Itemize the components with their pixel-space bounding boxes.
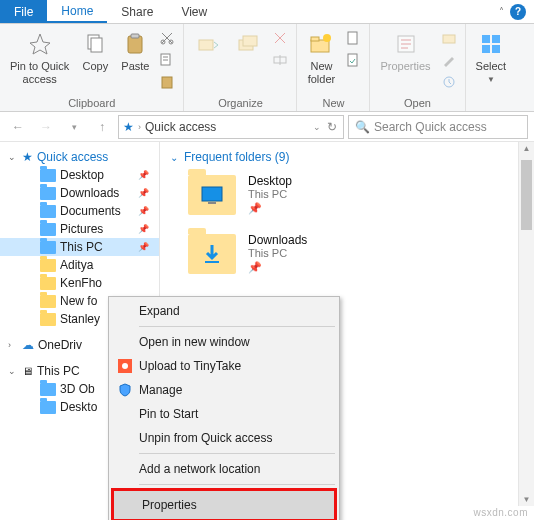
paste-button[interactable]: Paste (117, 28, 153, 75)
nav-item-label: New fo (60, 294, 97, 308)
ribbon-group-clipboard: Pin to Quick access Copy Paste Clipboard (0, 24, 184, 111)
quick-access-star-icon: ★ (123, 120, 134, 134)
tab-share[interactable]: Share (107, 0, 167, 23)
context-menu-label: Expand (139, 304, 180, 318)
svg-rect-3 (131, 34, 139, 38)
nav-item-label: Aditya (60, 258, 93, 272)
expander-icon[interactable]: ⌄ (8, 366, 18, 376)
nav-up-button[interactable]: ↑ (90, 115, 114, 139)
new-folder-button[interactable]: New folder (303, 28, 339, 88)
context-menu-label: Unpin from Quick access (139, 431, 272, 445)
copy-button[interactable]: Copy (77, 28, 113, 75)
nav-back-button[interactable]: ← (6, 115, 30, 139)
scrollbar-thumb[interactable] (521, 160, 532, 230)
menubar: File Home Share View ˄ ? (0, 0, 534, 24)
context-menu-manage[interactable]: Manage (111, 378, 337, 402)
collapse-ribbon-button[interactable]: ˄ (499, 6, 504, 17)
pin-to-quick-access-button[interactable]: Pin to Quick access (6, 28, 73, 88)
pin-icon: 📌 (138, 224, 149, 234)
svg-rect-21 (492, 35, 500, 43)
copy-path-icon[interactable] (157, 50, 177, 70)
refresh-icon[interactable]: ↻ (327, 120, 337, 134)
pin-icon: 📌 (138, 170, 149, 180)
folder-icon (40, 241, 56, 254)
svg-rect-26 (205, 261, 219, 263)
svg-rect-20 (482, 35, 490, 43)
new-folder-icon (307, 30, 335, 58)
tab-home[interactable]: Home (47, 0, 107, 23)
ribbon-group-select: Select ▼ (466, 24, 517, 111)
svg-point-28 (122, 363, 128, 369)
search-icon: 🔍 (355, 120, 370, 134)
ribbon-group-new: New folder New (297, 24, 370, 111)
folder-icon (40, 383, 56, 396)
nav-item-desktop[interactable]: Desktop📌 (0, 166, 159, 184)
paste-icon (121, 30, 149, 58)
nav-item-kenfho[interactable]: KenFho (0, 274, 159, 292)
frequent-folders-header[interactable]: ⌄ Frequent folders (9) (170, 150, 524, 164)
frequent-folder-downloads[interactable]: DownloadsThis PC📌 (188, 233, 524, 274)
context-menu-upload-tinytake[interactable]: Upload to TinyTake (111, 354, 337, 378)
frequent-folder-desktop[interactable]: DesktopThis PC📌 (188, 174, 524, 215)
nav-item-quick-access-root[interactable]: ⌄★Quick access (0, 148, 159, 166)
easy-access-icon[interactable] (343, 50, 363, 70)
folder-icon (40, 401, 56, 414)
nav-item-label: Downloads (60, 186, 119, 200)
context-menu-label: Upload to TinyTake (139, 359, 241, 373)
nav-item-label: This PC (60, 240, 103, 254)
properties-icon (392, 30, 420, 58)
expander-icon[interactable]: ⌄ (8, 152, 18, 162)
history-icon (439, 72, 459, 92)
vertical-scrollbar[interactable]: ▲ ▼ (518, 142, 534, 506)
highlighted-item: Properties (111, 488, 337, 520)
move-to-icon (194, 30, 222, 58)
context-menu-open-new-window[interactable]: Open in new window (111, 330, 337, 354)
context-menu-properties[interactable]: Properties (114, 491, 334, 519)
chevron-down-icon: ⌄ (170, 152, 178, 163)
context-menu-pin-to-start[interactable]: Pin to Start (111, 402, 337, 426)
nav-item-downloads[interactable]: Downloads📌 (0, 184, 159, 202)
nav-item-label: 3D Ob (60, 382, 95, 396)
help-icon[interactable]: ? (510, 4, 526, 20)
folder-icon (40, 205, 56, 218)
ribbon-group-organize: Organize (184, 24, 297, 111)
properties-button: Properties (376, 28, 434, 75)
context-menu-add-network[interactable]: Add a network location (111, 457, 337, 481)
cut-icon[interactable] (157, 28, 177, 48)
folder-thumb-icon (188, 175, 236, 215)
context-menu-unpin-qa[interactable]: Unpin from Quick access (111, 426, 337, 450)
expander-icon[interactable]: › (8, 340, 18, 350)
folder-icon (40, 277, 56, 290)
nav-item-pictures[interactable]: Pictures📌 (0, 220, 159, 238)
folder-thumb-icon (188, 234, 236, 274)
nav-recent-button[interactable]: ▾ (62, 115, 86, 139)
context-menu-label: Pin to Start (139, 407, 198, 421)
file-tab[interactable]: File (0, 0, 47, 23)
paste-shortcut-icon[interactable] (157, 72, 177, 92)
address-bar[interactable]: ★ › Quick access ⌄ ↻ (118, 115, 344, 139)
context-menu-expand[interactable]: Expand (111, 299, 337, 323)
nav-item-label: Stanley (60, 312, 100, 326)
svg-rect-18 (443, 35, 455, 43)
pin-icon (26, 30, 54, 58)
ribbon-group-open: Properties Open (370, 24, 465, 111)
folder-icon (40, 169, 56, 182)
folder-location: This PC (248, 188, 292, 200)
tab-view[interactable]: View (167, 0, 221, 23)
svg-rect-22 (482, 45, 490, 53)
search-placeholder: Search Quick access (374, 120, 487, 134)
pc-icon: 🖥 (22, 365, 33, 377)
search-input[interactable]: 🔍 Search Quick access (348, 115, 528, 139)
new-item-icon[interactable] (343, 28, 363, 48)
svg-rect-7 (162, 77, 172, 88)
nav-item-this-pc-qa[interactable]: This PC📌 (0, 238, 159, 256)
nav-item-aditya[interactable]: Aditya (0, 256, 159, 274)
rename-icon (270, 50, 290, 70)
chevron-down-icon[interactable]: ⌄ (313, 122, 321, 132)
breadcrumb[interactable]: Quick access (145, 120, 216, 134)
select-icon (477, 30, 505, 58)
nav-item-documents[interactable]: Documents📌 (0, 202, 159, 220)
nav-item-label: Desktop (60, 168, 104, 182)
select-button[interactable]: Select ▼ (472, 28, 511, 86)
address-bar-row: ← → ▾ ↑ ★ › Quick access ⌄ ↻ 🔍 Search Qu… (0, 112, 534, 142)
